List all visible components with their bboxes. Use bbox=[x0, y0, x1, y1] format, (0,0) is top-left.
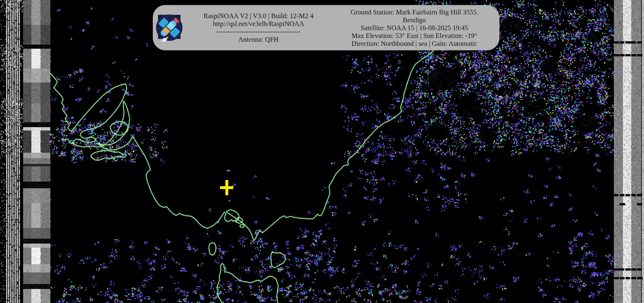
info-overlay: RaspiNOAA V2 | V3.0 | Build: 12-M2 4 htt… bbox=[153, 5, 500, 50]
pass-info-block: Ground Station: Mark Fairbairn Big Hill … bbox=[333, 8, 499, 47]
satellite-image-viewer: RaspiNOAA V2 | V3.0 | Build: 12-M2 4 htt… bbox=[0, 0, 644, 303]
divider-dashes: ------------------------------------- bbox=[184, 28, 333, 36]
raspinoaa-logo-icon bbox=[154, 13, 184, 42]
elevation-info: Max Elevation: 53° East | Sun Elevation:… bbox=[333, 32, 496, 40]
antenna-info: Antenna: QFH bbox=[184, 36, 333, 43]
direction-gain-info: Direction: Northbound | sea | Gain: Auto… bbox=[333, 40, 496, 47]
software-info-block: RaspiNOAA V2 | V3.0 | Build: 12-M2 4 htt… bbox=[184, 12, 333, 43]
ground-station-name: Ground Station: Mark Fairbairn Big Hill … bbox=[333, 8, 496, 16]
software-version: RaspiNOAA V2 | V3.0 | Build: 12-M2 4 bbox=[184, 12, 333, 20]
marker-cross-vertical bbox=[225, 180, 228, 195]
satellite-and-time: Satellite: NOAA 15 | 16-08-2025 19:45 bbox=[333, 24, 496, 32]
ground-station-marker-icon bbox=[220, 180, 233, 195]
ground-station-city: Bendigo bbox=[333, 16, 496, 24]
software-url: http://qsl.net/ve3elb/RaspiNOAA bbox=[184, 20, 333, 28]
